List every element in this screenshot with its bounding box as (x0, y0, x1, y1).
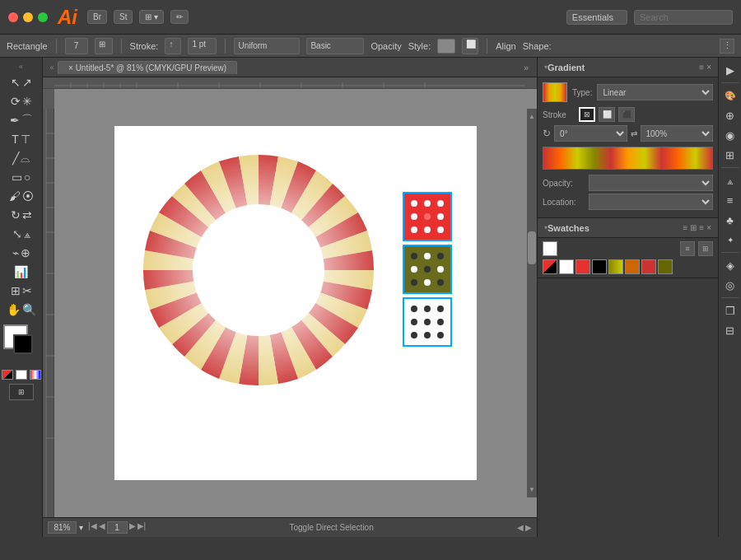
swatch-none[interactable] (543, 259, 557, 274)
workspace-switcher[interactable]: ⊞ ▾ (139, 10, 164, 24)
symbols-icon[interactable]: ♣ (721, 211, 739, 229)
art-brush-btn[interactable]: ⊞ (9, 384, 34, 400)
next-page-btn[interactable]: ▶ (129, 521, 136, 534)
transform-width-input[interactable]: 7 (65, 38, 88, 54)
paintbrush-icon[interactable]: 🖌 (9, 189, 21, 203)
gradient-color-btn[interactable] (30, 370, 41, 380)
graph-tool[interactable]: 📊 (5, 263, 38, 281)
canvas-tabs-collapse[interactable]: « (46, 62, 58, 73)
pen-tools[interactable]: ✒ ⌒ (5, 111, 38, 129)
swatch-dark-olive[interactable] (658, 259, 673, 274)
bridge-button[interactable]: Br (87, 10, 107, 24)
gradient-reverse-icon[interactable]: ⇄ (631, 129, 637, 138)
stock-button[interactable]: St (114, 10, 133, 24)
slice-icon[interactable]: ✂ (22, 284, 32, 297)
stroke-type-select[interactable]: Uniform (234, 38, 300, 54)
gradient-panel-header[interactable]: ▾ Gradient ≡ × (538, 58, 718, 77)
blob-icon[interactable]: ⦿ (22, 189, 34, 203)
stroke-btn-1[interactable]: ⊠ (579, 107, 595, 122)
gradient-preview-swatch[interactable] (543, 82, 567, 102)
gradient-panel-close-icon[interactable]: × (706, 63, 711, 72)
line-icon[interactable]: ╱ (12, 152, 19, 165)
transform-lock[interactable]: ⊞ (95, 38, 113, 54)
none-color-btn[interactable] (2, 370, 13, 380)
rotate-icon[interactable]: ↻ (11, 208, 21, 222)
align-panel-icon[interactable]: ≡ (721, 191, 739, 209)
nav-right-icon[interactable]: ▶ (525, 523, 532, 532)
swatches-panel-close-icon[interactable]: × (706, 223, 711, 232)
brush-tool-icon[interactable]: ✏ (170, 10, 189, 24)
scale-icon[interactable]: ⤡ (12, 227, 22, 240)
type-tools[interactable]: T ⊤ (5, 130, 38, 148)
transform-panel-icon[interactable]: ⟁ (721, 171, 739, 189)
style-type[interactable]: ⬜ (462, 38, 478, 54)
gradient-type-select[interactable]: Linear Radial Freeform (597, 84, 713, 100)
graphic-styles-icon[interactable]: ◉ (721, 126, 739, 144)
canvas-tab-active[interactable]: × Untitled-5* @ 81% (CMYK/GPU Preview) (58, 61, 237, 74)
rotate-tools[interactable]: ↻ ⇄ (5, 206, 38, 224)
prev-page-btn[interactable]: ◀ (99, 521, 105, 534)
pathfinder-icon[interactable]: ⊞ (721, 146, 739, 164)
panels-toggle-btn[interactable]: ▶ (721, 61, 739, 79)
swatch-crimson[interactable] (641, 259, 656, 274)
pen-icon[interactable]: ✒ (10, 114, 20, 127)
options-extra-btn[interactable]: ⋮ (720, 39, 734, 54)
reflect-icon[interactable]: ⇄ (22, 208, 32, 222)
swatches-grid-btn[interactable]: ⊞ (698, 241, 713, 256)
style-swatch[interactable] (437, 39, 455, 54)
stroke-value[interactable]: 1 pt (188, 38, 217, 54)
tab-close-icon[interactable]: × (68, 63, 73, 72)
lasso-icon[interactable]: ⟳ (11, 95, 21, 108)
graph-icon[interactable]: 📊 (14, 265, 28, 278)
maximize-button[interactable] (38, 12, 48, 22)
die-bottom[interactable] (403, 297, 452, 347)
minimize-button[interactable] (23, 12, 33, 22)
gradient-bar-container[interactable] (543, 147, 713, 170)
artboard-tools[interactable]: ⊞ ✂ (5, 282, 38, 300)
curvature-icon[interactable]: ⌒ (21, 113, 33, 128)
swatch-olive[interactable] (608, 259, 623, 274)
stroke-color-swatch[interactable] (13, 334, 33, 354)
hand-icon[interactable]: ✋ (7, 303, 21, 316)
selection-tool-icon[interactable]: ↖ (11, 76, 21, 89)
essentials-dropdown[interactable]: Essentials (566, 10, 627, 25)
white-color-btn[interactable] (16, 370, 27, 380)
swatches-list-view-icon[interactable]: ≡ (683, 223, 687, 232)
layers-panel-icon[interactable]: ❒ (721, 301, 739, 320)
swatch-orange[interactable] (625, 259, 640, 274)
stroke-btn-3[interactable]: ⬛ (618, 107, 635, 122)
puppet-icon[interactable]: ⊕ (21, 246, 30, 259)
close-button[interactable] (8, 12, 18, 22)
die-middle[interactable] (403, 245, 452, 294)
swatches-list-btn[interactable]: ≡ (680, 241, 695, 256)
line-tools[interactable]: ╱ ⌓ (5, 149, 38, 167)
swatches-menu-icon[interactable]: ≡ (699, 223, 704, 232)
scroll-thumb[interactable] (528, 231, 536, 264)
swatches-grid-view-icon[interactable]: ⊞ (690, 223, 697, 232)
shape-tools[interactable]: ▭ ○ (5, 168, 38, 186)
gradient-location-select[interactable] (589, 194, 713, 210)
canvas-content[interactable]: ▲ ▼ (54, 89, 537, 517)
search-input[interactable] (634, 10, 733, 25)
nav-left-icon[interactable]: ◀ (517, 523, 524, 532)
appearance-icon[interactable]: ⊕ (721, 106, 739, 124)
gradient-aspect-input[interactable]: 100% (641, 125, 714, 142)
swatch-black[interactable] (592, 259, 607, 274)
area-type-icon[interactable]: ⊤ (21, 133, 30, 146)
shear-icon[interactable]: ⟁ (24, 227, 30, 240)
dice-stack[interactable] (403, 192, 452, 347)
page-input[interactable]: 1 (107, 521, 128, 534)
artboard-icon[interactable]: ⊞ (11, 284, 21, 297)
rectangle-icon[interactable]: ▭ (12, 170, 22, 184)
swatch-red[interactable] (576, 259, 590, 274)
stroke-btn-2[interactable]: ⬜ (599, 107, 615, 122)
toolbar-collapse-btn[interactable]: « (16, 61, 27, 72)
magic-wand-icon[interactable]: ✳ (22, 95, 32, 108)
warp-icon[interactable]: ⌁ (12, 246, 19, 259)
gradient-opacity-select[interactable] (589, 175, 713, 191)
profile-select[interactable]: Basic (306, 38, 364, 54)
color-guide-icon[interactable]: 🎨 (721, 86, 739, 105)
brushes-icon[interactable]: ✦ (721, 231, 739, 249)
die-top[interactable] (403, 192, 452, 241)
zoom-input[interactable]: 81% (48, 521, 77, 534)
